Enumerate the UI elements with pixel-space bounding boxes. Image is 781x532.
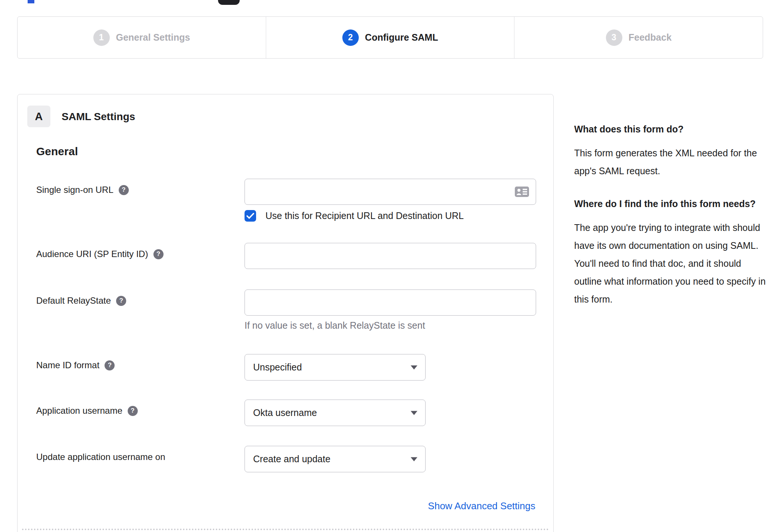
audience-uri-input[interactable]: [245, 243, 536, 269]
field-label-text: Application username: [36, 406, 122, 416]
default-relaystate-row: Default RelayState ? If no value is set,…: [36, 290, 536, 331]
audience-uri-label: Audience URI (SP Entity ID) ?: [36, 243, 245, 259]
application-username-row: Application username ? Okta username: [36, 400, 426, 426]
clipped-logo-fragment: [28, 0, 34, 3]
application-username-select[interactable]: Okta username: [245, 400, 426, 426]
sidebar-body-where: The app you're trying to integrate with …: [574, 219, 766, 308]
field-label-text: Single sign-on URL: [36, 185, 113, 195]
single-sign-on-url-input[interactable]: [245, 179, 536, 205]
show-advanced-settings-link[interactable]: Show Advanced Settings: [428, 500, 535, 512]
clipped-header-fragment: [218, 0, 240, 5]
application-username-label: Application username ?: [36, 400, 245, 416]
dropdown-caret-icon: [411, 411, 417, 415]
help-icon[interactable]: ?: [119, 185, 129, 195]
step-general-settings[interactable]: 1 General Settings: [18, 17, 266, 58]
step-number-badge: 1: [93, 29, 110, 46]
single-sign-on-url-label: Single sign-on URL ?: [36, 179, 245, 195]
wizard-stepper: 1 General Settings 2 Configure SAML 3 Fe…: [17, 16, 763, 59]
field-label-text: Name ID format: [36, 360, 99, 370]
help-icon[interactable]: ?: [128, 406, 138, 416]
dropdown-caret-icon: [411, 365, 417, 369]
sidebar-heading-where: Where do I find the info this form needs…: [574, 195, 766, 213]
select-value: Unspecified: [253, 362, 302, 373]
relaystate-helper-text: If no value is set, a blank RelayState i…: [245, 320, 536, 331]
help-icon[interactable]: ?: [105, 360, 115, 370]
step-feedback[interactable]: 3 Feedback: [514, 17, 763, 58]
field-label-text: Update application username on: [36, 452, 165, 462]
general-group-title: General: [36, 145, 78, 158]
update-application-username-label: Update application username on: [36, 446, 245, 462]
section-title: SAML Settings: [62, 111, 135, 123]
recipient-url-checkbox[interactable]: [245, 210, 256, 222]
step-label: General Settings: [116, 32, 190, 43]
update-application-username-row: Update application username on Create an…: [36, 446, 426, 472]
recipient-url-checkbox-label: Use this for Recipient URL and Destinati…: [265, 210, 464, 221]
saml-settings-panel: A SAML Settings General Single sign-on U…: [17, 94, 554, 532]
audience-uri-row: Audience URI (SP Entity ID) ?: [36, 243, 536, 269]
step-label: Feedback: [629, 32, 672, 43]
help-icon[interactable]: ?: [153, 249, 164, 259]
sidebar-body-what: This form generates the XML needed for t…: [574, 144, 766, 180]
contact-card-icon: [514, 186, 529, 197]
checkmark-icon: [246, 213, 254, 219]
single-sign-on-url-row: Single sign-on URL ?: [36, 179, 536, 222]
step-number-badge: 3: [606, 29, 622, 46]
section-a-badge: A: [27, 106, 50, 127]
dropdown-caret-icon: [411, 457, 417, 461]
update-application-username-select[interactable]: Create and update: [245, 446, 426, 472]
step-configure-saml[interactable]: 2 Configure SAML: [266, 17, 514, 58]
name-id-format-row: Name ID format ? Unspecified: [36, 354, 426, 381]
field-label-text: Default RelayState: [36, 295, 111, 306]
default-relaystate-label: Default RelayState ?: [36, 290, 245, 306]
step-number-badge: 2: [342, 29, 359, 46]
default-relaystate-input[interactable]: [245, 290, 536, 316]
name-id-format-select[interactable]: Unspecified: [245, 354, 426, 381]
help-sidebar: What does this form do? This form genera…: [574, 120, 766, 308]
name-id-format-label: Name ID format ?: [36, 354, 245, 370]
step-label: Configure SAML: [365, 32, 438, 43]
select-value: Okta username: [253, 407, 317, 418]
sidebar-heading-what: What does this form do?: [574, 120, 766, 138]
page: 1 General Settings 2 Configure SAML 3 Fe…: [0, 0, 781, 532]
help-icon[interactable]: ?: [116, 296, 126, 306]
select-value: Create and update: [253, 454, 330, 464]
section-divider: [22, 529, 549, 530]
field-label-text: Audience URI (SP Entity ID): [36, 249, 148, 259]
